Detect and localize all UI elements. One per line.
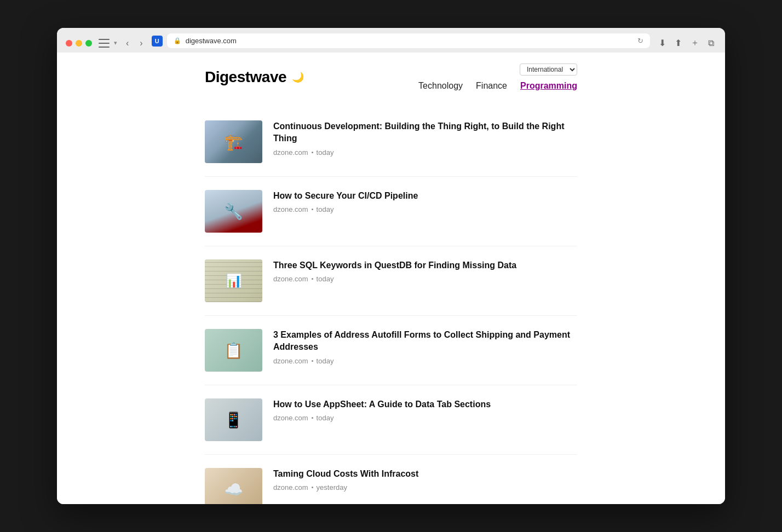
list-item: Three SQL Keywords in QuestDB for Findin… [205, 246, 577, 316]
meta-separator [312, 417, 313, 419]
tab-overview-button[interactable]: ⧉ [706, 36, 716, 50]
meta-separator [312, 209, 313, 210]
article-source: dzone.com [273, 205, 308, 213]
article-title[interactable]: How to Secure Your CI/CD Pipeline [273, 190, 577, 202]
browser-chrome: ▾ ‹ › U 🔒 digestwave.com ↻ ⬇ ⬆ [57, 28, 725, 53]
chevron-down-icon: ▾ [114, 39, 117, 47]
region-selector[interactable]: International [520, 63, 577, 76]
browser-controls: ▾ [99, 39, 117, 48]
article-source: dzone.com [273, 483, 308, 491]
nav-area: International Technology Finance Program… [418, 63, 577, 91]
bitwarden-icon[interactable]: U [152, 36, 163, 47]
download-button[interactable]: ⬇ [657, 36, 668, 50]
article-source: dzone.com [273, 275, 308, 283]
page-content: Digestwave 🌙 International Technology Fi… [57, 53, 725, 504]
lock-icon: 🔒 [174, 37, 181, 44]
share-button[interactable]: ⬆ [672, 36, 684, 50]
nav-technology[interactable]: Technology [418, 81, 463, 91]
back-button[interactable]: ‹ [124, 37, 131, 49]
minimize-button[interactable] [76, 40, 82, 47]
nav-programming[interactable]: Programming [520, 81, 577, 91]
title-bar: ▾ ‹ › U 🔒 digestwave.com ↻ ⬇ ⬆ [66, 33, 716, 53]
article-body: Continuous Development: Building the Thi… [273, 120, 577, 157]
thumbnail-image [205, 190, 262, 233]
article-body: How to Secure Your CI/CD Pipeline dzone.… [273, 190, 577, 213]
main-nav: Technology Finance Programming [418, 81, 577, 91]
article-thumbnail [205, 329, 262, 372]
meta-separator [312, 152, 313, 153]
article-source: dzone.com [273, 148, 308, 157]
list-item: 3 Examples of Address Autofill Forms to … [205, 316, 577, 385]
browser-actions: ⬇ ⬆ ＋ ⧉ [657, 35, 716, 51]
nav-finance[interactable]: Finance [476, 81, 507, 91]
address-bar-row: U 🔒 digestwave.com ↻ [152, 33, 650, 53]
article-thumbnail [205, 120, 262, 163]
article-meta: dzone.com today [273, 148, 577, 157]
article-meta: dzone.com today [273, 414, 577, 422]
logo-area: Digestwave 🌙 [205, 68, 304, 86]
list-item: Taming Cloud Costs With Infracost dzone.… [205, 455, 577, 504]
article-title[interactable]: 3 Examples of Address Autofill Forms to … [273, 329, 577, 354]
article-meta: dzone.com today [273, 357, 577, 365]
article-source: dzone.com [273, 357, 308, 365]
article-time: today [317, 148, 334, 157]
article-thumbnail [205, 190, 262, 233]
article-body: 3 Examples of Address Autofill Forms to … [273, 329, 577, 365]
article-time: today [317, 414, 334, 422]
traffic-lights [66, 40, 92, 47]
sidebar-toggle-button[interactable] [99, 39, 110, 48]
meta-separator [312, 278, 313, 280]
article-title[interactable]: Taming Cloud Costs With Infracost [273, 468, 577, 480]
article-title[interactable]: Continuous Development: Building the Thi… [273, 120, 577, 145]
meta-separator [312, 487, 313, 488]
article-body: How to Use AppSheet: A Guide to Data Tab… [273, 398, 577, 422]
close-button[interactable] [66, 40, 72, 47]
article-thumbnail [205, 398, 262, 441]
maximize-button[interactable] [85, 40, 92, 47]
forward-button[interactable]: › [137, 37, 145, 49]
list-item: How to Secure Your CI/CD Pipeline dzone.… [205, 177, 577, 246]
article-time: today [317, 275, 334, 283]
article-title[interactable]: How to Use AppSheet: A Guide to Data Tab… [273, 398, 577, 410]
new-tab-button[interactable]: ＋ [688, 35, 702, 51]
article-body: Taming Cloud Costs With Infracost dzone.… [273, 468, 577, 491]
url-text: digestwave.com [186, 37, 237, 45]
thumbnail-image [205, 398, 262, 441]
address-bar[interactable]: 🔒 digestwave.com ↻ [167, 33, 650, 48]
site-header: Digestwave 🌙 International Technology Fi… [205, 63, 577, 91]
thumbnail-image [205, 259, 262, 302]
article-meta: dzone.com today [273, 205, 577, 213]
article-meta: dzone.com yesterday [273, 483, 577, 491]
page-inner: Digestwave 🌙 International Technology Fi… [205, 53, 577, 504]
site-logo: Digestwave [205, 68, 286, 86]
article-title[interactable]: Three SQL Keywords in QuestDB for Findin… [273, 259, 577, 271]
article-source: dzone.com [273, 414, 308, 422]
article-time: yesterday [317, 483, 347, 491]
article-thumbnail [205, 259, 262, 302]
browser-window: ▾ ‹ › U 🔒 digestwave.com ↻ ⬇ ⬆ [57, 28, 725, 504]
article-time: today [317, 205, 334, 213]
list-item: Continuous Development: Building the Thi… [205, 107, 577, 177]
meta-separator [312, 360, 313, 362]
thumbnail-image [205, 120, 262, 163]
list-item: How to Use AppSheet: A Guide to Data Tab… [205, 385, 577, 455]
article-time: today [317, 357, 334, 365]
thumbnail-image [205, 329, 262, 372]
article-list: Continuous Development: Building the Thi… [205, 107, 577, 504]
thumbnail-image [205, 468, 262, 504]
refresh-button[interactable]: ↻ [637, 37, 643, 45]
article-thumbnail [205, 468, 262, 504]
dark-mode-icon[interactable]: 🌙 [292, 71, 304, 83]
article-body: Three SQL Keywords in QuestDB for Findin… [273, 259, 577, 283]
article-meta: dzone.com today [273, 275, 577, 283]
